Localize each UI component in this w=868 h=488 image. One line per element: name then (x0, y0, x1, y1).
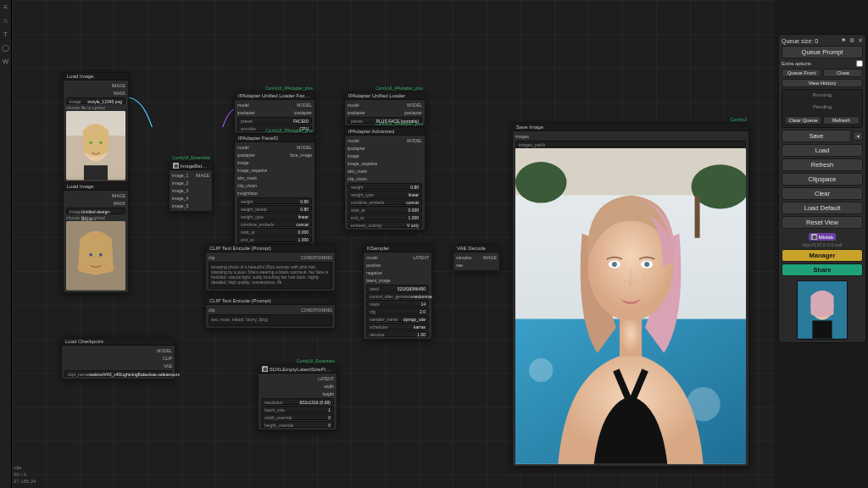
node-wires (12, 0, 266, 127)
prefix-field[interactable]: images_prefix (515, 141, 746, 147)
reference-image-1 (66, 111, 125, 180)
node-title: Load Image (64, 183, 128, 191)
node-title: IPAdapter Unified Loader (345, 92, 425, 100)
upload-button[interactable]: choose file to upload (66, 215, 125, 220)
svg-point-13 (529, 358, 553, 382)
node-title: CLIP Text Encode (Prompt) (206, 245, 335, 252)
node-title: IPAdapter Unified Loader FaceID (235, 92, 314, 100)
save-button[interactable]: Save (782, 130, 851, 142)
preset-field[interactable]: presetFACEID (237, 117, 312, 124)
settings-icon[interactable]: ⚙ (849, 37, 854, 44)
svg-rect-19 (620, 319, 642, 356)
svg-point-26 (624, 280, 626, 282)
node-empty-latent[interactable]: ComfyUI_Essentials 🔳 SDXLEmptyLatentSize… (258, 364, 337, 430)
home-icon[interactable]: ⌂ (2, 17, 10, 25)
svg-point-28 (644, 276, 646, 278)
queue-status-box: Running Pending Clear QueueRefresh (782, 89, 863, 128)
node-title: KSampler (364, 245, 431, 252)
upload-button[interactable]: choose file to upload (66, 105, 125, 110)
node-ksampler[interactable]: KSampler modelLATENT positive negative l… (363, 244, 432, 340)
svg-point-16 (515, 162, 566, 202)
node-title: Load Checkpoint (62, 338, 175, 346)
node-clip-negative[interactable]: CLIP Text Encode (Prompt) clipCONDITIONI… (205, 297, 336, 329)
svg-point-22 (612, 262, 617, 267)
node-load-checkpoint[interactable]: Load Checkpoint MODEL CLIP VAE ckpt_name… (61, 337, 175, 380)
node-ipadapter-advanced[interactable]: ComfyUI_IPAdapter_plus IPAdapter Advance… (344, 127, 426, 230)
svg-point-9 (99, 253, 103, 257)
node-clip-positive[interactable]: CLIP Text Encode (Prompt) clipCONDITIONI… (205, 244, 336, 291)
node-title: CLIP Text Encode (Prompt) (206, 297, 335, 305)
node-graph-canvas[interactable]: Load Image IMAGE MASK imageinstyle_12345… (12, 0, 775, 488)
svg-point-27 (636, 280, 637, 281)
node-title: IPAdapter Advanced (345, 128, 425, 136)
node-title: 🔳 SDXLEmptyLatentSizePicker+ (259, 365, 337, 374)
refresh-button[interactable]: Refresh (782, 158, 863, 171)
manager-button[interactable]: Manager (782, 249, 863, 262)
node-title: VAE Decode (453, 245, 499, 252)
clipspace-button[interactable]: Clipspace (782, 173, 863, 186)
node-title: Load Image (64, 73, 128, 80)
svg-point-8 (89, 253, 92, 257)
url-label: http://127.0.0.1:null (782, 242, 863, 247)
load-button[interactable]: Load (782, 144, 863, 157)
running-label: Running (785, 92, 860, 97)
node-load-image-2[interactable]: Load Image IMAGE MASK imageUntitled-desi… (63, 182, 129, 293)
svg-rect-5 (84, 165, 108, 180)
output-image (515, 148, 746, 464)
svg-point-4 (99, 141, 102, 144)
prompt-textarea[interactable]: text, nude, naked, blurry, 3dcg (209, 314, 332, 326)
queue-prompt-button[interactable]: Queue Prompt (782, 46, 863, 58)
workflow-icon[interactable]: W (2, 58, 10, 66)
menu-icon[interactable]: ≡ (2, 3, 10, 12)
node-vae-decode[interactable]: VAE Decode samplesIMAGE vae (453, 244, 500, 271)
reference-image-2 (66, 221, 125, 291)
node-save-image[interactable]: ComfyUI Save Image images images_prefix (512, 123, 749, 467)
footer-status: Idle 00 / 0 27 185:24 (14, 464, 36, 485)
svg-point-29 (630, 284, 632, 286)
load-default-button[interactable]: Load Default (782, 202, 863, 214)
pin-icon[interactable]: ⚑ (841, 37, 846, 44)
view-history-button[interactable]: View History (782, 79, 863, 87)
filename-field[interactable]: imageUntitled-design-(11).p… (66, 208, 125, 214)
node-image-batch[interactable]: ComfyUI_Essentials 🔳 ImageBatchMultiple+… (169, 161, 213, 212)
svg-point-24 (644, 262, 649, 267)
filename-field[interactable]: imageinstyle_12345.png (66, 97, 125, 104)
queue-size-row: Queue size: 0 ⚑ ⚙ ✕ (782, 37, 863, 44)
node-title: IPAdapter FaceID (235, 135, 314, 142)
close-icon[interactable]: ✕ (858, 37, 863, 44)
extra-options-checkbox[interactable] (856, 60, 863, 67)
svg-point-25 (615, 277, 617, 279)
control-panel: Queue size: 0 ⚑ ⚙ ✕ Queue Prompt Extra o… (778, 34, 866, 343)
ckpt-field[interactable]: ckpt_namerealvisxlV40_v40LightningBakedv… (64, 370, 172, 377)
refresh-queue-button[interactable]: Refresh (823, 116, 860, 125)
svg-rect-32 (812, 320, 832, 338)
node-title: 🔳 ImageBatchMultiple+ (170, 162, 212, 170)
left-toolbar: ≡ ⌂ T ◯ W (0, 0, 12, 488)
prompt-textarea[interactable]: amazing photo of a beautiful 20yo woman … (209, 262, 332, 289)
record-icon[interactable]: ◯ (2, 44, 10, 53)
svg-rect-18 (695, 195, 700, 237)
node-load-image-1[interactable]: Load Image IMAGE MASK imageinstyle_12345… (63, 72, 129, 183)
pending-label: Pending (785, 104, 860, 109)
svg-point-3 (89, 141, 92, 144)
node-title: Save Image (513, 124, 748, 131)
clear-button[interactable]: Clear (782, 187, 863, 200)
save-dropdown-icon[interactable]: ▾ (853, 131, 863, 141)
node-ipadapter-faceid[interactable]: ComfyUI_IPAdapter_plus IPAdapter FaceID … (234, 134, 315, 252)
text-icon[interactable]: T (2, 30, 10, 39)
close-button[interactable]: Close (823, 69, 863, 77)
history-thumbnail[interactable] (797, 280, 848, 340)
clear-queue-button[interactable]: Clear Queue (785, 116, 821, 125)
mixlab-tag[interactable]: 🔳 Mixlab (809, 233, 836, 241)
reset-view-button[interactable]: Reset View (782, 216, 863, 229)
queue-front-button[interactable]: Queue Front (782, 69, 821, 77)
share-button[interactable]: Share (782, 263, 863, 276)
